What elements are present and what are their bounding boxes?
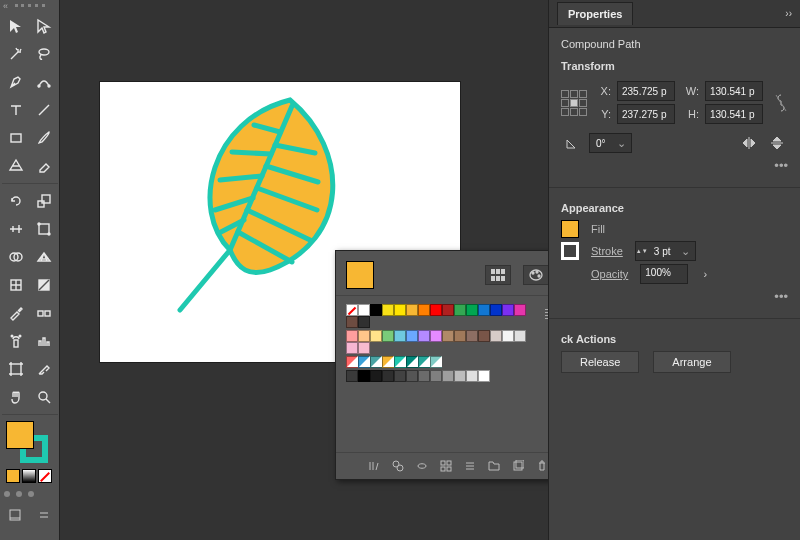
swatch-pattern[interactable] xyxy=(382,356,394,368)
flip-horizontal-icon[interactable] xyxy=(738,133,760,153)
height-input[interactable] xyxy=(705,104,763,124)
swatch-pattern[interactable] xyxy=(430,356,442,368)
color-mode-icon[interactable] xyxy=(6,469,20,483)
x-input[interactable] xyxy=(617,81,675,101)
stroke-color-swatch[interactable] xyxy=(561,242,579,260)
fill-swatch[interactable] xyxy=(6,421,34,449)
fill-color-swatch[interactable] xyxy=(561,220,579,238)
flip-vertical-icon[interactable] xyxy=(766,133,788,153)
swatch[interactable] xyxy=(454,304,466,316)
swatch[interactable] xyxy=(478,330,490,342)
swatch-libraries-icon[interactable] xyxy=(367,459,381,473)
overflow-icon[interactable] xyxy=(36,503,54,527)
mesh-tool[interactable] xyxy=(3,272,29,298)
swatch[interactable] xyxy=(394,330,406,342)
swatch[interactable] xyxy=(370,304,382,316)
swatch[interactable] xyxy=(346,316,358,328)
release-button[interactable]: Release xyxy=(561,351,639,373)
constrain-proportions-icon[interactable] xyxy=(773,93,788,113)
eraser-tool[interactable] xyxy=(31,153,57,179)
swatch[interactable] xyxy=(478,304,490,316)
direct-selection-tool[interactable] xyxy=(31,13,57,39)
swatch[interactable] xyxy=(502,330,514,342)
delete-swatch-icon[interactable] xyxy=(535,459,549,473)
swatch-pattern[interactable] xyxy=(418,356,430,368)
rotate-input[interactable]: 0°⌄ xyxy=(589,133,632,153)
current-fill-swatch[interactable] xyxy=(346,261,374,289)
y-input[interactable] xyxy=(617,104,675,124)
arrange-button[interactable]: Arrange xyxy=(653,351,730,373)
lasso-tool[interactable] xyxy=(31,41,57,67)
swatch[interactable] xyxy=(514,330,526,342)
panel-grip[interactable] xyxy=(15,4,45,8)
swatch-options-icon[interactable] xyxy=(415,459,429,473)
swatch[interactable] xyxy=(394,304,406,316)
gradient-tool[interactable] xyxy=(31,272,57,298)
swatch[interactable] xyxy=(346,330,358,342)
line-segment-tool[interactable] xyxy=(31,97,57,123)
new-color-group-icon[interactable] xyxy=(439,459,453,473)
free-transform-tool[interactable] xyxy=(31,216,57,242)
zoom-tool[interactable] xyxy=(31,384,57,410)
gradient-mode-icon[interactable] xyxy=(22,469,36,483)
scale-tool[interactable] xyxy=(31,188,57,214)
swatch-pattern[interactable] xyxy=(394,356,406,368)
swatch[interactable] xyxy=(406,370,418,382)
swatch-grid-view-icon[interactable] xyxy=(485,265,511,285)
column-graph-tool[interactable] xyxy=(31,328,57,354)
reference-point-selector[interactable] xyxy=(561,90,587,116)
swatch[interactable] xyxy=(358,316,370,328)
swatch[interactable] xyxy=(346,342,358,354)
swatch[interactable] xyxy=(430,370,442,382)
artboard-tool[interactable] xyxy=(3,356,29,382)
shape-builder-tool[interactable] xyxy=(3,244,29,270)
swatch[interactable] xyxy=(418,304,430,316)
show-swatch-kinds-icon[interactable] xyxy=(391,459,405,473)
expand-panel-icon[interactable]: ›› xyxy=(785,8,792,19)
swatch-pattern[interactable] xyxy=(346,356,358,368)
properties-tab[interactable]: Properties xyxy=(557,2,633,25)
swatch[interactable] xyxy=(430,304,442,316)
swatch-pattern[interactable] xyxy=(358,356,370,368)
swatch[interactable] xyxy=(346,304,358,316)
swatch[interactable] xyxy=(418,330,430,342)
swatch-folder-icon[interactable] xyxy=(346,370,358,382)
type-tool[interactable] xyxy=(3,97,29,123)
color-mixer-icon[interactable] xyxy=(523,265,549,285)
pen-tool[interactable] xyxy=(3,69,29,95)
swatch[interactable] xyxy=(358,304,370,316)
swatch[interactable] xyxy=(430,330,442,342)
paintbrush-tool[interactable] xyxy=(31,125,57,151)
swatch[interactable] xyxy=(478,370,490,382)
slice-tool[interactable] xyxy=(31,356,57,382)
rectangle-tool[interactable] xyxy=(3,125,29,151)
swatch[interactable] xyxy=(442,330,454,342)
symbol-sprayer-tool[interactable] xyxy=(3,328,29,354)
swatch-list-icon[interactable] xyxy=(463,459,477,473)
swatch[interactable] xyxy=(406,330,418,342)
curvature-tool[interactable] xyxy=(31,69,57,95)
edit-toolbar-icon[interactable] xyxy=(6,503,24,527)
blend-tool[interactable] xyxy=(31,300,57,326)
stroke-weight-input[interactable]: ▲▼3 pt⌄ xyxy=(635,241,697,261)
swatch-pattern[interactable] xyxy=(370,356,382,368)
swatch[interactable] xyxy=(382,330,394,342)
swatch[interactable] xyxy=(490,330,502,342)
magic-wand-tool[interactable] xyxy=(3,41,29,67)
more-options-icon[interactable]: ••• xyxy=(561,287,788,308)
swatch[interactable] xyxy=(454,330,466,342)
swatch[interactable] xyxy=(406,304,418,316)
swatch[interactable] xyxy=(382,304,394,316)
swatch[interactable] xyxy=(490,304,502,316)
shaper-tool[interactable] xyxy=(3,153,29,179)
swatch[interactable] xyxy=(514,304,526,316)
fill-stroke-indicator[interactable] xyxy=(6,421,48,463)
swatch-pattern[interactable] xyxy=(406,356,418,368)
swatch[interactable] xyxy=(358,342,370,354)
eyedropper-tool[interactable] xyxy=(3,300,29,326)
swatch[interactable] xyxy=(442,304,454,316)
none-mode-icon[interactable] xyxy=(38,469,52,483)
swatch[interactable] xyxy=(370,370,382,382)
swatch[interactable] xyxy=(382,370,394,382)
selection-tool[interactable] xyxy=(3,13,29,39)
